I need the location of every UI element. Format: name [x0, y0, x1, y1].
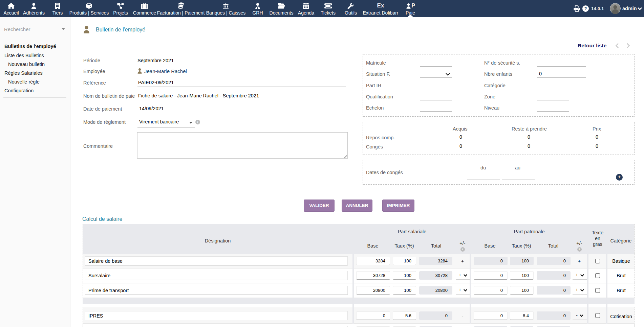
svg-text:?: ?	[584, 6, 587, 11]
